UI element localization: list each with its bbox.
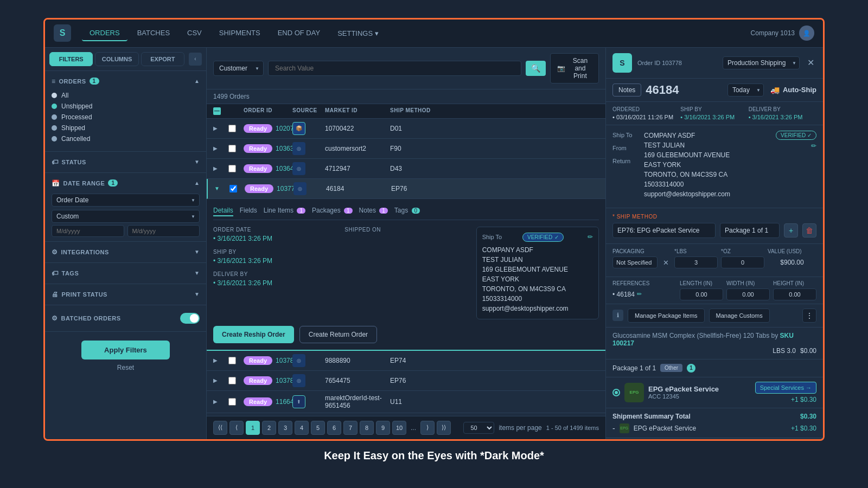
exp-tab-line-items[interactable]: Line Items 1 bbox=[264, 206, 305, 216]
filter-processed[interactable]: Processed bbox=[52, 113, 200, 121]
scan-print-button[interactable]: 📷 Scan and Print bbox=[550, 53, 599, 84]
packaging-select[interactable]: Not Specified bbox=[612, 256, 658, 268]
package-select[interactable]: Package 1 of 1 bbox=[720, 223, 780, 238]
nav-batches[interactable]: BATCHES bbox=[130, 25, 177, 41]
header-order-id[interactable]: ORDER ID bbox=[244, 107, 292, 115]
filter-cancelled[interactable]: Cancelled bbox=[52, 135, 200, 143]
pagination-next[interactable]: ⟩ bbox=[420, 421, 435, 435]
pagination-page-5[interactable]: 5 bbox=[311, 421, 325, 435]
special-services-button[interactable]: Special Services → bbox=[755, 382, 816, 394]
filter-shipped[interactable]: Shipped bbox=[52, 124, 200, 132]
table-row[interactable]: ▶ Ready 103783 ◎ 7654475 EP76 bbox=[207, 371, 605, 391]
date-from-input[interactable] bbox=[52, 225, 124, 237]
table-row[interactable]: ▶ Ready 103782 ◎ 9888890 EP74 bbox=[207, 351, 605, 371]
nav-csv[interactable]: CSV bbox=[180, 25, 209, 41]
integrations-header[interactable]: ⚙ INTEGRATIONS ▼ bbox=[52, 246, 200, 258]
table-row[interactable]: ▶ Ready 103631 ◎ customersort2 F90 bbox=[207, 139, 605, 159]
row-checkbox[interactable] bbox=[229, 185, 237, 192]
nav-shipments[interactable]: SHIPMENTS bbox=[212, 25, 268, 41]
order-date-select[interactable]: Order Date bbox=[52, 194, 200, 207]
row-checkbox[interactable] bbox=[228, 145, 236, 152]
search-button[interactable]: 🔍 bbox=[526, 61, 546, 76]
print-status-header[interactable]: 🖨 PRINT STATUS ▼ bbox=[52, 288, 200, 300]
close-button[interactable]: ✕ bbox=[805, 55, 816, 70]
pagination-last[interactable]: ⟩⟩ bbox=[437, 421, 451, 435]
exp-tab-tags[interactable]: Tags 0 bbox=[394, 206, 420, 216]
search-input[interactable] bbox=[268, 61, 521, 76]
exp-tab-packages[interactable]: Packages 1 bbox=[312, 206, 353, 216]
apply-filters-button[interactable]: Apply Filters bbox=[81, 341, 170, 359]
pagination-page-2[interactable]: 2 bbox=[262, 421, 276, 435]
sidebar-collapse-btn[interactable]: ‹ bbox=[189, 53, 202, 66]
table-row-expanded[interactable]: ▼ Ready 103778 ◎ 46184 EP76 bbox=[207, 179, 605, 199]
verified-badge[interactable]: VERIFIED ✓ bbox=[522, 233, 564, 242]
tab-filters[interactable]: FILTERS bbox=[49, 52, 93, 66]
search-category-select[interactable]: Customer bbox=[213, 61, 264, 76]
nav-settings[interactable]: SETTINGS ▾ bbox=[330, 25, 386, 41]
edit-pencil-icon[interactable]: ✏ bbox=[811, 142, 816, 150]
tags-header[interactable]: 🏷 TAGS ▼ bbox=[52, 267, 200, 279]
header-ship-method[interactable]: SHIP METHOD bbox=[390, 107, 455, 115]
more-options-button[interactable]: ⋮ bbox=[802, 309, 816, 323]
ship-method-select[interactable]: EP76: EPG ePacket Service bbox=[612, 223, 716, 238]
exp-tab-notes[interactable]: Notes 1 bbox=[359, 206, 388, 216]
batched-orders-toggle[interactable] bbox=[180, 313, 200, 324]
orders-section-header[interactable]: ≡ ORDERS 1 ▲ bbox=[52, 75, 200, 87]
pagination-page-6[interactable]: 6 bbox=[327, 421, 341, 435]
pagination-first[interactable]: ⟨⟨ bbox=[213, 421, 227, 435]
row-checkbox[interactable] bbox=[228, 165, 236, 172]
header-source[interactable]: SOURCE bbox=[292, 107, 325, 115]
pkg-clear-icon[interactable]: ✕ bbox=[661, 256, 671, 269]
row-checkbox[interactable] bbox=[228, 125, 236, 132]
user-avatar[interactable]: 👤 bbox=[799, 25, 814, 41]
edit-icon[interactable]: ✏ bbox=[588, 233, 593, 241]
table-row[interactable]: ▶ Ready 102072 📦 10700422 D01 bbox=[207, 119, 605, 139]
status-section-header[interactable]: 🏷 STATUS ▼ bbox=[52, 156, 200, 168]
nav-orders[interactable]: ORDERS bbox=[82, 25, 127, 41]
filter-all[interactable]: All bbox=[52, 92, 200, 99]
today-select[interactable]: Today bbox=[727, 84, 764, 97]
nav-end-of-day[interactable]: END OF DAY bbox=[270, 25, 328, 41]
length-input[interactable] bbox=[680, 288, 723, 300]
table-row[interactable]: ▶ Ready 116645 ⬆ marektOrderId-test-9651… bbox=[207, 391, 605, 413]
pagination-page-10[interactable]: 10 bbox=[392, 421, 406, 435]
pagination-page-9[interactable]: 9 bbox=[376, 421, 390, 435]
date-range-header[interactable]: 📅 DATE RANGE 1 ▲ bbox=[52, 177, 200, 189]
lbs-input[interactable] bbox=[674, 256, 718, 268]
pagination-page-7[interactable]: 7 bbox=[343, 421, 358, 435]
return-button[interactable]: Create Return Order bbox=[299, 326, 377, 343]
table-row[interactable]: ▶ Ready 103645 ◎ 4712947 D43 bbox=[207, 159, 605, 179]
exp-tab-details[interactable]: Details bbox=[213, 206, 233, 216]
reship-button[interactable]: Create Reship Order bbox=[213, 326, 294, 343]
header-checkbox[interactable]: — bbox=[213, 107, 228, 115]
delete-package-button[interactable]: 🗑 bbox=[802, 223, 816, 237]
pagination-page-4[interactable]: 4 bbox=[295, 421, 309, 435]
reset-button[interactable]: Reset bbox=[52, 362, 200, 374]
tab-export[interactable]: EXPORT bbox=[141, 52, 184, 66]
row-checkbox[interactable] bbox=[228, 357, 236, 364]
manage-customs-button[interactable]: Manage Customs bbox=[709, 309, 770, 323]
manage-pkg-button[interactable]: Manage Package Items bbox=[628, 309, 705, 323]
height-input[interactable] bbox=[773, 288, 816, 300]
pagination-page-1[interactable]: 1 bbox=[246, 421, 260, 435]
header-market-id[interactable]: MARKET ID bbox=[325, 107, 390, 115]
width-input[interactable] bbox=[726, 288, 770, 300]
add-package-button[interactable]: + bbox=[784, 223, 798, 237]
exp-tab-fields[interactable]: Fields bbox=[240, 206, 257, 216]
per-page-select[interactable]: 50 100 bbox=[463, 422, 494, 434]
date-to-input[interactable] bbox=[127, 225, 200, 237]
row-checkbox[interactable] bbox=[228, 377, 236, 384]
shipping-method-select[interactable]: Production Shipping bbox=[723, 56, 800, 69]
pagination-page-8[interactable]: 8 bbox=[360, 421, 374, 435]
radio-dot[interactable] bbox=[612, 389, 620, 396]
oz-input[interactable] bbox=[721, 256, 764, 268]
filter-unshipped[interactable]: Unshipped bbox=[52, 102, 200, 110]
pagination-page-3[interactable]: 3 bbox=[278, 421, 292, 435]
verified-badge-right[interactable]: VERIFIED ✓ bbox=[776, 131, 816, 140]
notes-button[interactable]: Notes bbox=[612, 84, 641, 97]
pagination-prev[interactable]: ⟨ bbox=[229, 421, 244, 435]
custom-select[interactable]: Custom bbox=[52, 210, 200, 223]
ref-edit-icon[interactable]: ✏ bbox=[637, 291, 642, 298]
row-checkbox[interactable] bbox=[228, 398, 236, 406]
tab-columns[interactable]: COLUMNS bbox=[95, 52, 138, 66]
